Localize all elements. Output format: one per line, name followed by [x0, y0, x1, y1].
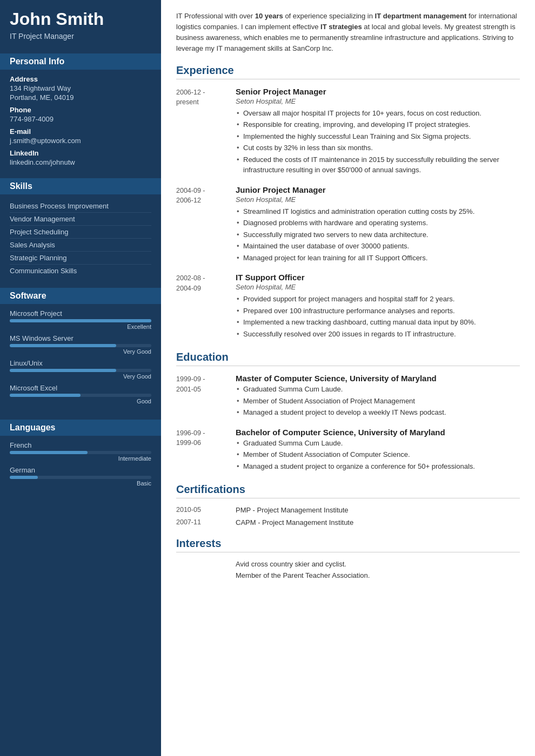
interests-section: Interests Avid cross country skier and c… [176, 537, 520, 579]
language-name: French [10, 441, 151, 449]
address-line1: 134 Rightward Way [10, 84, 151, 92]
skill-level-label: Excellent [10, 323, 151, 330]
list-item: Managed a student project to organize a … [236, 461, 520, 472]
entry-date: 1999-09 - 2001-05 [176, 374, 236, 419]
skill-item: Communication Skills [10, 265, 151, 277]
linkedin-value: linkedin.com/johnutw [10, 158, 151, 166]
entry-org: Seton Hospital, ME [236, 97, 520, 105]
languages-section: Languages FrenchIntermediateGermanBasic [0, 414, 161, 496]
entry-title: Bachelor of Computer Science, University… [236, 428, 520, 437]
entry-content: Senior Project ManagerSeton Hospital, ME… [236, 87, 520, 177]
list-item: Member of Student Association of Project… [236, 396, 520, 407]
list-item: Avid cross country skier and cyclist. [176, 560, 520, 568]
entry-bullets: Streamlined IT logistics and administrat… [236, 206, 520, 264]
list-item: Successfully migrated two servers to new… [236, 230, 520, 240]
list-item: Provided support for project managers an… [236, 294, 520, 305]
software-name: Microsoft Project [10, 309, 151, 318]
summary-text: IT Professional with over 10 years of ex… [176, 11, 520, 55]
entry-title: Junior Project Manager [236, 185, 520, 194]
sidebar: John Smith IT Project Manager Personal I… [0, 0, 161, 756]
entry-date: 2002-08 - 2004-09 [176, 273, 236, 340]
table-row: 2002-08 - 2004-09IT Support OfficerSeton… [176, 273, 520, 340]
language-bar-fill [10, 451, 88, 454]
candidate-title: IT Project Manager [10, 32, 151, 40]
languages-list: FrenchIntermediateGermanBasic [10, 441, 151, 487]
email-label: E-mail [10, 127, 151, 136]
entry-content: Bachelor of Computer Science, University… [236, 428, 520, 473]
skill-item: Project Scheduling [10, 226, 151, 239]
skill-item: Business Process Improvement [10, 200, 151, 213]
list-item: Implemented a new tracking dashboard, cu… [236, 317, 520, 328]
list-item: Prepared over 100 infrastructure perform… [236, 306, 520, 316]
entry-org: Seton Hospital, ME [236, 195, 520, 204]
skill-bar-fill [10, 369, 116, 372]
personal-info-section: Personal Info Address 134 Rightward Way … [0, 48, 161, 173]
list-item: Responsible for creating, improving, and… [236, 119, 520, 130]
entry-bullets: Provided support for project managers an… [236, 294, 520, 339]
language-level-label: Intermediate [10, 455, 151, 462]
entry-content: Junior Project ManagerSeton Hospital, ME… [236, 185, 520, 265]
skill-level-label: Very Good [10, 373, 151, 380]
skills-heading: Skills [0, 178, 161, 194]
email-field: E-mail j.smith@uptowork.com [10, 127, 151, 145]
skill-bar-fill [10, 394, 81, 397]
cert-date: 2010-05 [176, 506, 236, 514]
skill-bar-fill [10, 319, 151, 322]
linkedin-field: LinkedIn linkedin.com/johnutw [10, 149, 151, 166]
language-item: GermanBasic [10, 466, 151, 487]
software-heading: Software [0, 288, 161, 304]
software-section: Software Microsoft ProjectExcellentMS Wi… [0, 282, 161, 414]
entry-org: Seton Hospital, ME [236, 283, 520, 291]
entry-bullets: Oversaw all major hospital IT projects f… [236, 108, 520, 176]
personal-info-heading: Personal Info [0, 53, 161, 70]
table-row: 2006-12 - presentSenior Project ManagerS… [176, 87, 520, 177]
education-section: Education 1999-09 - 2001-05Master of Com… [176, 351, 520, 473]
interests-list: Avid cross country skier and cyclist.Mem… [176, 560, 520, 579]
software-item: Microsoft ExcelGood [10, 384, 151, 404]
skills-section: Skills Business Process ImprovementVendo… [0, 173, 161, 282]
software-item: Microsoft ProjectExcellent [10, 309, 151, 330]
entry-bullets: Graduated Summa Cum Laude.Member of Stud… [236, 438, 520, 472]
address-field: Address 134 Rightward Way Portland, ME, … [10, 75, 151, 102]
list-item: Member of the Parent Teacher Association… [176, 571, 520, 579]
entry-title: Senior Project Manager [236, 87, 520, 96]
entry-bullets: Graduated Summa Cum Laude.Member of Stud… [236, 384, 520, 418]
entry-title: Master of Computer Science, University o… [236, 374, 520, 383]
table-row: 1999-09 - 2001-05Master of Computer Scie… [176, 374, 520, 419]
language-bar-container [10, 451, 151, 454]
list-item: Diagnosed problems with hardware and ope… [236, 218, 520, 228]
software-name: MS Windows Server [10, 334, 151, 342]
entry-date: 1996-09 - 1999-06 [176, 428, 236, 473]
entry-date: 2004-09 - 2006-12 [176, 185, 236, 265]
language-item: FrenchIntermediate [10, 441, 151, 462]
list-item: Cut costs by 32% in less than six months… [236, 143, 520, 153]
list-item: Streamlined IT logistics and administrat… [236, 206, 520, 217]
list-item: Graduated Summa Cum Laude. [236, 384, 520, 395]
phone-label: Phone [10, 106, 151, 114]
certifications-list: 2010-05PMP - Project Management Institut… [176, 506, 520, 526]
interests-heading: Interests [176, 537, 520, 552]
entry-date: 2006-12 - present [176, 87, 236, 177]
table-row: 1996-09 - 1999-06Bachelor of Computer Sc… [176, 428, 520, 473]
skill-bar-container [10, 394, 151, 397]
list-item: Oversaw all major hospital IT projects f… [236, 108, 520, 119]
list-item: Successfully resolved over 200 issues in… [236, 329, 520, 340]
list-item: Managed project for lean training for al… [236, 253, 520, 264]
cert-name: PMP - Project Management Institute [236, 506, 349, 514]
skill-bar-container [10, 369, 151, 372]
sidebar-header: John Smith IT Project Manager [0, 0, 161, 48]
education-heading: Education [176, 351, 520, 366]
software-list: Microsoft ProjectExcellentMS Windows Ser… [10, 309, 151, 404]
software-name: Linux/Unix [10, 359, 151, 367]
table-row: 2004-09 - 2006-12Junior Project ManagerS… [176, 185, 520, 265]
skill-level-label: Good [10, 398, 151, 404]
cert-name: CAPM - Project Management Institute [236, 518, 353, 526]
address-line2: Portland, ME, 04019 [10, 93, 151, 102]
entry-content: Master of Computer Science, University o… [236, 374, 520, 419]
skills-list: Business Process ImprovementVendor Manag… [10, 200, 151, 277]
software-item: Linux/UnixVery Good [10, 359, 151, 380]
list-item: Managed a student project to develop a w… [236, 407, 520, 418]
entry-content: IT Support OfficerSeton Hospital, MEProv… [236, 273, 520, 340]
language-bar-container [10, 476, 151, 479]
phone-field: Phone 774-987-4009 [10, 106, 151, 123]
